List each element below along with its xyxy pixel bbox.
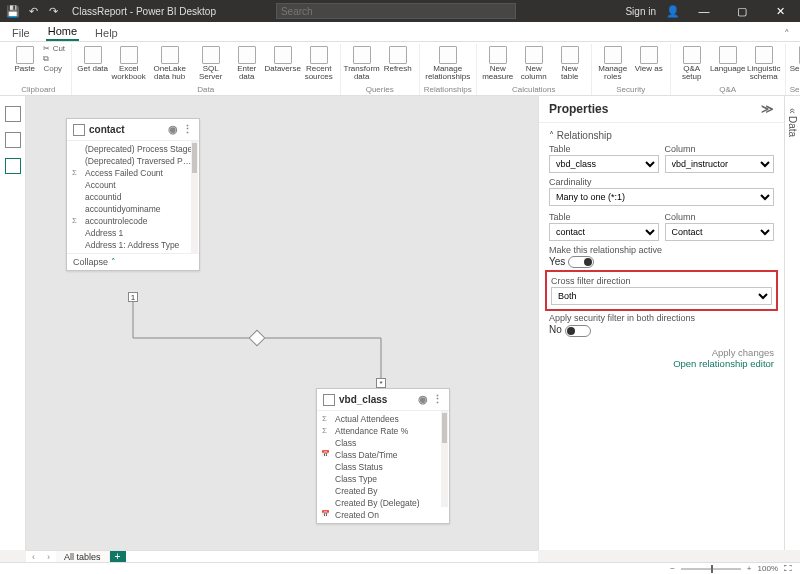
undo-icon[interactable]: ↶ [26, 4, 40, 18]
save-icon[interactable]: 💾 [6, 4, 20, 18]
apply-changes-link: Apply changes [549, 347, 774, 358]
excel-button[interactable]: Excel workbook [112, 44, 146, 81]
maximize-button[interactable]: ▢ [728, 5, 756, 18]
ribbon-group-qa: Q&A setup Language Linguistic schema Q&A [671, 44, 786, 95]
table-field[interactable]: Class Date/Time [317, 449, 449, 461]
chevron-left-icon: « [787, 108, 798, 114]
table-icon [323, 394, 335, 406]
status-bar: − + 100% ⛶ [0, 562, 800, 574]
qa-setup-button[interactable]: Q&A setup [675, 44, 709, 81]
linguistic-button[interactable]: Linguistic schema [747, 44, 781, 81]
crossfilter-select[interactable]: Both [551, 287, 772, 305]
table2-select[interactable]: contact [549, 223, 659, 241]
ribbon-group-security: Manage roles View as Security [592, 44, 671, 95]
zoom-out-icon[interactable]: − [670, 564, 675, 573]
minimize-button[interactable]: — [690, 5, 718, 17]
tabs-prev-icon[interactable]: ‹ [26, 552, 41, 562]
get-data-button[interactable]: Get data [76, 44, 110, 73]
user-icon[interactable]: 👤 [666, 4, 680, 18]
tab-home[interactable]: Home [46, 23, 79, 41]
manage-rel-button[interactable]: Manage relationships [426, 44, 470, 81]
more-icon[interactable]: ⋮ [432, 393, 443, 406]
bottom-tabs: ‹ › All tables + [26, 550, 538, 562]
ribbon-collapse-icon[interactable]: ˄ [784, 28, 790, 41]
ribbon-group-sensitivity: Sensitivity Sensitivity [786, 44, 800, 95]
section-relationship[interactable]: ˄ Relationship [549, 127, 774, 144]
sql-button[interactable]: SQL Server [194, 44, 228, 81]
properties-pane: Properties ≫ ˄ Relationship Table vbd_cl… [538, 96, 784, 550]
onelake-button[interactable]: OneLake data hub [148, 44, 192, 81]
ribbon-group-calc: New measure New column New table Calcula… [477, 44, 592, 95]
refresh-button[interactable]: Refresh [381, 44, 415, 73]
view-as-button[interactable]: View as [632, 44, 666, 73]
new-measure-button[interactable]: New measure [481, 44, 515, 81]
table-card-vbd-class[interactable]: vbd_class ◉⋮ Actual AttendeesAttendance … [316, 388, 450, 524]
scrollbar[interactable] [441, 411, 448, 507]
tabs-next-icon[interactable]: › [41, 552, 56, 562]
table-field[interactable]: Actual Attendees [317, 413, 449, 425]
security-toggle[interactable] [565, 325, 591, 337]
menu-tabs: File Home Help ˄ [0, 22, 800, 42]
title-bar: 💾 ↶ ↷ ClassReport - Power BI Desktop Sig… [0, 0, 800, 22]
redo-icon[interactable]: ↷ [46, 4, 60, 18]
table-name: vbd_class [339, 394, 387, 405]
signin-link[interactable]: Sign in [625, 6, 656, 17]
ribbon: Paste ✂ Cut ⧉ Copy Clipboard Get data Ex… [0, 42, 800, 96]
tab-help[interactable]: Help [93, 25, 120, 41]
table-field[interactable]: Class [317, 437, 449, 449]
table-field[interactable]: Class Type [317, 473, 449, 485]
sensitivity-button[interactable]: Sensitivity [791, 44, 800, 73]
data-view-icon[interactable] [5, 132, 21, 148]
zoom-level: 100% [758, 564, 778, 573]
zoom-in-icon[interactable]: + [747, 564, 752, 573]
manage-roles-button[interactable]: Manage roles [596, 44, 630, 81]
fit-icon[interactable]: ⛶ [784, 564, 792, 573]
ribbon-group-data: Get data Excel workbook OneLake data hub… [72, 44, 341, 95]
model-canvas[interactable]: contact ◉⋮ (Deprecated) Process Stage(De… [26, 96, 538, 550]
table1-select[interactable]: vbd_class [549, 155, 659, 173]
new-table-button[interactable]: New table [553, 44, 587, 81]
add-tab-button[interactable]: + [110, 551, 126, 563]
table-field[interactable]: Created By [317, 485, 449, 497]
search-input[interactable] [276, 3, 516, 19]
tab-all-tables[interactable]: All tables [56, 551, 110, 562]
open-editor-link[interactable]: Open relationship editor [549, 358, 774, 369]
zoom-slider[interactable] [681, 568, 741, 570]
new-column-button[interactable]: New column [517, 44, 551, 81]
paste-button[interactable]: Paste [10, 44, 39, 73]
column2-select[interactable]: Contact [665, 223, 775, 241]
properties-title: Properties [549, 102, 608, 116]
language-button[interactable]: Language [711, 44, 745, 73]
tab-file[interactable]: File [10, 25, 32, 41]
rel-endpoint-one: 1 [128, 292, 138, 302]
close-button[interactable]: ✕ [766, 5, 794, 18]
crossfilter-highlight: Cross filter direction Both [545, 270, 778, 311]
window-title: ClassReport - Power BI Desktop [72, 6, 216, 17]
cut-button[interactable]: ✂ Cut [43, 44, 66, 53]
active-toggle[interactable] [568, 256, 594, 268]
ribbon-group-clipboard: Paste ✂ Cut ⧉ Copy Clipboard [6, 44, 72, 95]
search-box[interactable] [276, 3, 516, 19]
data-pane-collapsed[interactable]: «Data [784, 96, 800, 550]
table-field[interactable]: Created By (Delegate) [317, 497, 449, 509]
left-view-rail [0, 96, 26, 550]
table-field[interactable]: Attendance Rate % [317, 425, 449, 437]
dataverse-button[interactable]: Dataverse [266, 44, 300, 73]
table-field[interactable]: Class Status [317, 461, 449, 473]
ribbon-group-relationships: Manage relationships Relationships [420, 44, 477, 95]
rel-endpoint-many: * [376, 378, 386, 388]
report-view-icon[interactable] [5, 106, 21, 122]
copy-button[interactable]: ⧉ Copy [43, 54, 66, 73]
enter-data-button[interactable]: Enter data [230, 44, 264, 81]
transform-button[interactable]: Transform data [345, 44, 379, 81]
table-field[interactable]: Created On [317, 509, 449, 521]
expand-icon[interactable]: ≫ [761, 102, 774, 116]
column1-select[interactable]: vbd_instructor [665, 155, 775, 173]
ribbon-group-queries: Transform data Refresh Queries [341, 44, 420, 95]
recent-sources-button[interactable]: Recent sources [302, 44, 336, 81]
visibility-icon[interactable]: ◉ [418, 393, 428, 406]
model-view-icon[interactable] [5, 158, 21, 174]
cardinality-select[interactable]: Many to one (*:1) [549, 188, 774, 206]
